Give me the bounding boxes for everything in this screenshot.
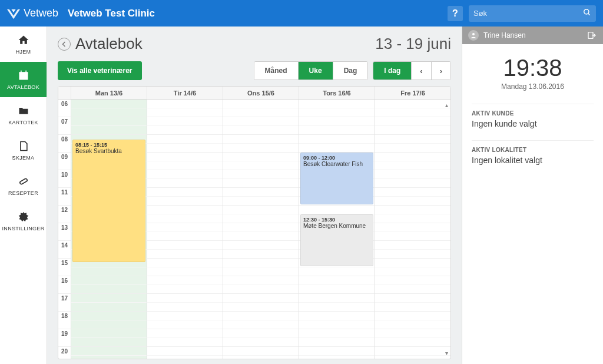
day-header: Tir 14/6 [147,87,223,99]
day-column[interactable]: 08:15 - 15:15Besøk Svartbukta [71,100,147,359]
right-panel: Trine Hansen 19:38 Mandag 13.06.2016 AKT… [462,27,603,364]
calendar-event[interactable]: 09:00 - 12:00Besøk Clearwater Fish [300,153,373,204]
svg-rect-5 [25,71,26,73]
svg-rect-3 [19,72,28,74]
svg-rect-4 [21,71,22,73]
sidebar-item-label: AVTALEBOK [7,84,39,90]
sidebar-item-avtalebok[interactable]: AVTALEBOK [0,62,47,97]
sidebar-item-label: KARTOTEK [8,120,38,125]
search-input[interactable] [473,9,583,18]
home-icon [17,34,30,47]
active-customer-value: Ingen kunde valgt [472,119,594,128]
clinic-name: Vetweb Test Clinic [68,8,155,19]
user-bar: Trine Hansen [462,27,603,44]
active-location-label: AKTIV LOKALITET [472,147,594,153]
calendar-event[interactable]: 08:15 - 15:15Besøk Svartbukta [72,140,145,262]
svg-point-8 [472,33,475,35]
sidebar: HJEM AVTALEBOK KARTOTEK SKJEMA RESEPTER … [0,27,47,364]
day-header: Man 13/6 [71,87,147,99]
time-slot: 16 [58,276,71,294]
view-week-button[interactable]: Uke [299,62,333,80]
clock: 19:38 Mandag 13.06.2016 [462,44,603,98]
toolbar: Vis alle veterinærer Måned Uke Dag I dag… [58,61,451,80]
logout-icon [587,31,597,40]
sidebar-item-skjema[interactable]: SKJEMA [0,133,47,168]
time-slot: 17 [58,294,71,312]
next-button[interactable]: › [432,62,450,80]
user-name: Trine Hansen [483,31,526,39]
page-header: Avtalebok 13 - 19 juni [58,35,451,53]
view-month-button[interactable]: Måned [254,62,299,80]
date-range: 13 - 19 juni [375,35,451,53]
user-icon [468,30,479,41]
sidebar-item-kartotek[interactable]: KARTOTEK [0,97,47,133]
day-header: Ons 15/6 [223,87,299,99]
time-slot: 13 [58,223,71,241]
time-slot: 10 [58,170,71,188]
sidebar-item-label: HJEM [16,49,31,55]
topbar: Vetweb Vetweb Test Clinic ? [0,0,603,27]
calendar-icon [17,69,30,82]
time-slot: 06 [58,100,71,117]
svg-rect-6 [19,178,27,185]
day-column[interactable] [147,100,223,359]
sidebar-item-home[interactable]: HJEM [0,27,47,62]
svg-point-0 [584,9,589,14]
help-icon: ? [452,8,458,19]
calendar: Man 13/6 Tir 14/6 Ons 15/6 Tors 16/6 Fre… [58,86,451,359]
logo-icon [7,7,20,20]
logout-button[interactable] [587,30,597,41]
day-header: Tors 16/6 [299,87,375,99]
clock-time: 19:38 [462,55,603,81]
folder-icon [17,104,30,117]
chevron-left-icon: ‹ [420,67,422,75]
time-slot: 20 [58,347,71,359]
sidebar-item-label: INNSTILLINGER [2,226,45,231]
day-column[interactable] [375,100,450,359]
time-slot: 14 [58,241,71,259]
date-nav: I dag ‹ › [373,61,451,80]
form-icon [17,140,30,153]
event-title: Besøk Clearwater Fish [303,161,370,167]
brand-text: Vetweb [24,7,58,19]
event-time: 08:15 - 15:15 [75,142,143,148]
view-day-button[interactable]: Dag [333,62,368,80]
active-customer-label: AKTIV KUNDE [472,110,594,117]
gear-icon [17,210,30,223]
event-time: 09:00 - 12:00 [303,155,370,161]
time-slot: 07 [58,117,71,135]
chevron-right-icon: › [440,67,442,75]
prev-button[interactable]: ‹ [412,62,431,80]
pill-icon [17,175,30,188]
sidebar-item-label: SKJEMA [12,155,35,161]
active-location-value: Ingen lokalitet valgt [472,155,594,165]
search-box[interactable] [469,5,596,22]
time-slot: 11 [58,188,71,206]
svg-line-1 [588,13,590,15]
calendar-body-scroll[interactable]: ▴ 060708091011121314151617181920 08:15 -… [58,100,450,359]
clock-date: Mandag 13.06.2016 [462,82,603,91]
day-column[interactable]: 09:00 - 12:00Besøk Clearwater Fish12:30 … [299,100,375,359]
event-title: Møte Bergen Kommune [303,223,370,229]
page-title: Avtalebok [75,35,143,53]
calendar-event[interactable]: 12:30 - 15:30Møte Bergen Kommune [300,214,373,266]
search-icon [583,8,591,19]
show-all-vets-button[interactable]: Vis alle veterinærer [58,61,142,80]
logo[interactable]: Vetweb [7,7,58,20]
today-button[interactable]: I dag [373,62,412,80]
time-slot: 18 [58,312,71,329]
day-header: Fre 17/6 [375,87,450,99]
back-button[interactable] [58,38,71,51]
sidebar-item-label: RESEPTER [8,190,38,196]
day-column[interactable] [223,100,299,359]
chevron-left-icon [61,41,68,48]
sidebar-item-innstillinger[interactable]: INNSTILLINGER [0,203,47,239]
sidebar-item-resepter[interactable]: RESEPTER [0,168,47,203]
main-content: Avtalebok 13 - 19 juni Vis alle veterinæ… [47,27,462,364]
help-button[interactable]: ? [448,6,463,21]
event-time: 12:30 - 15:30 [303,217,370,223]
event-title: Besøk Svartbukta [75,148,143,154]
view-switcher: Måned Uke Dag [254,61,369,80]
time-slot: 19 [58,329,71,347]
time-slot: 15 [58,259,71,276]
